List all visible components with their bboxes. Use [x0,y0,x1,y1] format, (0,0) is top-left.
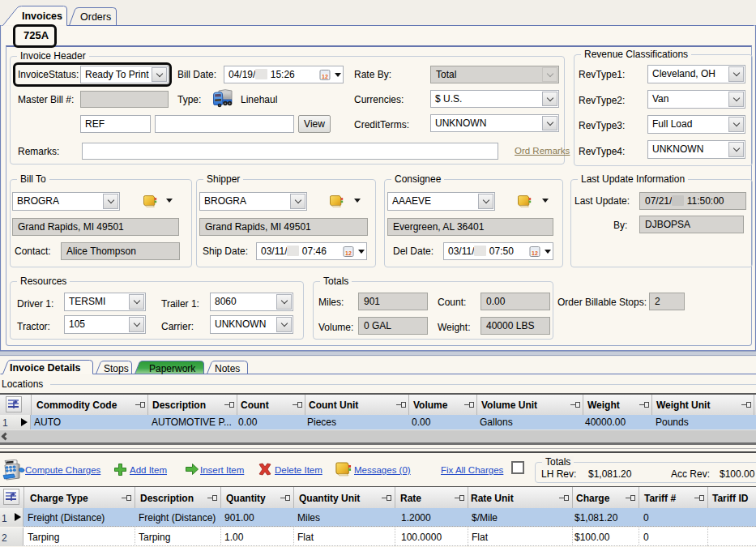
svg-text:12: 12 [532,250,538,256]
svg-text:12: 12 [322,74,328,79]
svg-text:12: 12 [345,250,352,256]
